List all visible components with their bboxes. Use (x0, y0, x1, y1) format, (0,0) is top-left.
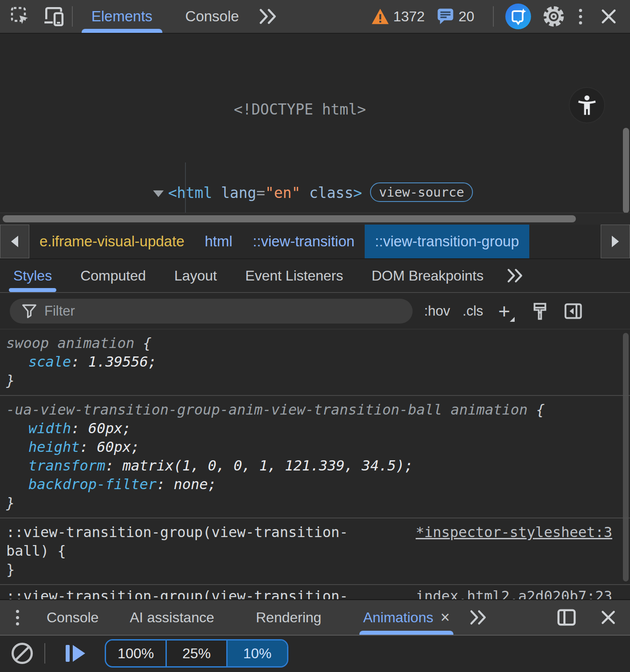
sidebar-tab-bar: Styles Computed Layout Event Listeners D… (0, 259, 630, 293)
toolbar-separator (44, 643, 45, 664)
css-property[interactable]: height: 60px; (6, 438, 624, 456)
drawer-tab-ai-assistance[interactable]: AI assistance (123, 600, 220, 635)
css-rule-view-transition-group-2[interactable]: ::view-transition-group(view-transition-… (0, 585, 630, 599)
pause-resume-icon (66, 645, 70, 662)
drawer-tab-bar: Console AI assistance Rendering Animatio… (0, 599, 630, 635)
css-property[interactable]: transform: matrix(1, 0, 0, 1, 121.339, 3… (6, 456, 624, 475)
tab-active-underline (359, 631, 453, 635)
rendering-emulation-button[interactable] (531, 302, 549, 320)
breadcrumb-forward-button[interactable] (601, 225, 630, 258)
drawer-menu-button[interactable] (13, 607, 22, 628)
breadcrumb-back-button[interactable] (0, 225, 29, 258)
toolbar-separator (493, 6, 494, 27)
dom-tree: <!DOCTYPE html> <html lang="en" class>vi… (0, 36, 621, 225)
device-toolbar-button[interactable] (43, 5, 65, 28)
issues-badge[interactable]: 20 (436, 7, 474, 26)
chevron-double-right-icon (469, 609, 488, 626)
styles-filter-bar: :hov .cls + (0, 293, 630, 329)
tab-active-underline (9, 288, 56, 292)
chevron-double-right-icon (506, 268, 524, 284)
split-drawer-button[interactable] (556, 607, 577, 628)
warning-count: 1372 (393, 8, 425, 25)
close-icon (600, 609, 617, 626)
css-rule-ua-group-anim[interactable]: -ua-view-transition-group-anim-view-tran… (0, 396, 630, 518)
menu-button[interactable] (576, 6, 585, 27)
dock-sidebar-icon (563, 301, 583, 321)
tab-styles[interactable]: Styles (9, 259, 56, 292)
more-sidebar-tabs-button[interactable] (506, 268, 524, 284)
resume-animation-button[interactable] (66, 645, 85, 662)
toggle-hover-state-button[interactable]: :hov (424, 303, 450, 319)
tab-event-listeners[interactable]: Event Listeners (241, 259, 348, 292)
devtools-window: Elements Console 13 (0, 0, 630, 672)
chevron-left-icon (11, 236, 18, 247)
filter-input[interactable] (43, 303, 356, 320)
chevron-right-icon (612, 236, 619, 247)
breadcrumb-item-view-transition[interactable]: ::view-transition (243, 225, 365, 258)
ai-assistant-icon (508, 7, 528, 26)
playback-speed-group: 100% 25% 10% (105, 639, 288, 668)
ai-assistant-button[interactable] (505, 4, 531, 29)
tab-console-label: Console (185, 8, 239, 25)
message-icon (436, 7, 455, 26)
device-toolbar-icon (43, 5, 65, 28)
toolbar-separator (72, 6, 73, 27)
inspect-element-button[interactable] (10, 6, 31, 27)
breadcrumb-item-view-transition-group[interactable]: ::view-transition-group (365, 225, 529, 258)
accessibility-icon (575, 94, 598, 117)
drawer-tab-animations[interactable]: Animations × (357, 600, 456, 635)
close-drawer-button[interactable] (600, 609, 617, 626)
styles-pane: swoop animation { scale: 1.39556; } -ua-… (0, 329, 630, 599)
tab-console[interactable]: Console (174, 0, 251, 33)
tab-dom-breakpoints[interactable]: DOM Breakpoints (367, 259, 488, 292)
tab-elements-label: Elements (91, 8, 153, 25)
speed-10-button[interactable]: 10% (226, 640, 287, 666)
css-property[interactable]: width: 60px; (6, 419, 624, 438)
close-tab-icon[interactable]: × (441, 609, 450, 625)
toggle-classes-button[interactable]: .cls (463, 303, 484, 319)
accessibility-overlay-button[interactable] (570, 88, 604, 123)
expand-arrow-icon[interactable] (153, 190, 164, 197)
new-style-rule-button[interactable]: + (498, 302, 515, 320)
speed-100-button[interactable]: 100% (106, 640, 165, 666)
tab-layout[interactable]: Layout (170, 259, 221, 292)
paint-brush-icon (531, 302, 549, 320)
css-property[interactable]: backdrop-filter: none; (6, 475, 624, 494)
more-panels-button[interactable] (258, 8, 278, 25)
gear-icon (543, 5, 565, 28)
chevron-double-right-icon (258, 8, 278, 25)
settings-button[interactable] (543, 5, 565, 28)
stylesheet-source-link[interactable]: *inspector-stylesheet:3 (416, 523, 612, 542)
main-toolbar: Elements Console 13 (0, 0, 630, 34)
warnings-badge[interactable]: 1372 (371, 8, 425, 25)
toolbar-right-group: 1372 20 (371, 4, 630, 29)
more-drawer-tabs-button[interactable] (469, 609, 488, 626)
css-property[interactable]: scale: 1.39556; (6, 352, 624, 371)
view-source-badge[interactable]: view-source (370, 182, 473, 202)
tab-elements[interactable]: Elements (80, 0, 164, 33)
warning-icon (371, 8, 390, 25)
breadcrumb-item-iframe[interactable]: e.iframe-visual-update (29, 225, 195, 258)
breadcrumb-item-html[interactable]: html (195, 225, 243, 258)
drawer-tab-rendering[interactable]: Rendering (250, 600, 328, 635)
css-rule-view-transition-group[interactable]: ::view-transition-group(view-transition-… (0, 518, 630, 585)
filter-funnel-icon (21, 303, 37, 319)
dom-node-doctype[interactable]: <!DOCTYPE html> (0, 78, 621, 141)
css-rule-swoop-animation[interactable]: swoop animation { scale: 1.39556; } (0, 329, 630, 396)
close-devtools-button[interactable] (600, 8, 618, 25)
horizontal-scrollbar-thumb[interactable] (3, 215, 576, 222)
drawer-tab-console[interactable]: Console (40, 600, 105, 635)
stylesheet-source-link[interactable]: index.html2.a2d020b7:23 (416, 587, 612, 599)
speed-25-button[interactable]: 25% (165, 640, 226, 666)
toggle-sidebar-button[interactable] (563, 301, 583, 321)
vertical-scrollbar[interactable] (623, 333, 629, 581)
filter-pill[interactable] (10, 299, 413, 324)
tab-active-underline (82, 29, 162, 33)
dom-node-html[interactable]: <html lang="en" class>view-source (0, 182, 621, 203)
tab-computed[interactable]: Computed (76, 259, 150, 292)
clear-all-button[interactable] (12, 643, 33, 664)
horizontal-scrollbar[interactable] (0, 213, 630, 225)
elements-tree-pane: <!DOCTYPE html> <html lang="en" class>vi… (0, 34, 630, 225)
inspect-icon (10, 6, 31, 27)
vertical-scrollbar[interactable] (623, 128, 629, 213)
